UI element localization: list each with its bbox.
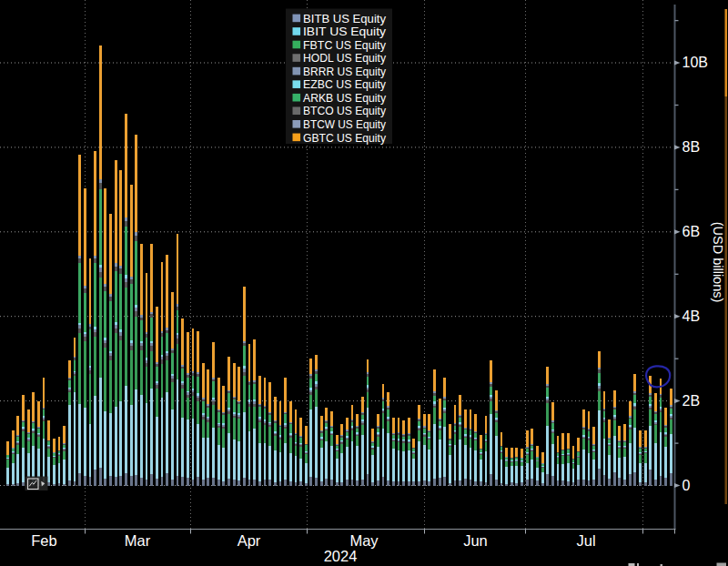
svg-text:Feb: Feb [31, 532, 56, 549]
svg-text:(USD billions): (USD billions) [711, 222, 725, 303]
svg-text:4B: 4B [682, 308, 701, 324]
svg-text:2024: 2024 [324, 548, 358, 564]
svg-text:Mar: Mar [125, 532, 151, 549]
svg-text:Apr: Apr [238, 532, 261, 549]
svg-text:Jun: Jun [463, 532, 488, 549]
svg-text:BTCO US Equity: BTCO US Equity [303, 104, 387, 117]
svg-text:BITB US Equity: BITB US Equity [303, 12, 387, 25]
svg-text:BRRR US Equity: BRRR US Equity [303, 65, 387, 78]
svg-text:2B: 2B [682, 393, 701, 409]
svg-text:8B: 8B [682, 139, 701, 155]
svg-text:IBIT US Equity: IBIT US Equity [303, 25, 387, 38]
svg-text:ARKB US Equity: ARKB US Equity [303, 91, 387, 105]
svg-text:6B: 6B [682, 224, 701, 239]
svg-text:FBTC US Equity: FBTC US Equity [303, 38, 387, 52]
svg-text:HODL US Equity: HODL US Equity [303, 51, 387, 65]
svg-text:EZBC US Equity: EZBC US Equity [303, 77, 387, 91]
svg-text:10B: 10B [682, 55, 708, 70]
svg-text:BTCW US Equity: BTCW US Equity [303, 117, 387, 131]
svg-text:May: May [349, 532, 379, 549]
svg-text:Jul: Jul [576, 532, 595, 549]
svg-text:0: 0 [682, 478, 691, 493]
svg-text:GBTC US Equity: GBTC US Equity [303, 131, 387, 145]
